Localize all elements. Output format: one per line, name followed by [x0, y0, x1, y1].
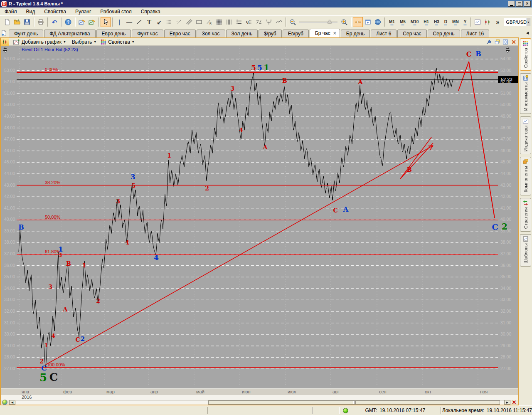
tab-scroll-left-button[interactable]: ◀ — [525, 30, 530, 36]
sheet-tab-14[interactable]: Сер день — [428, 30, 460, 37]
undo-icon[interactable]: ↶ — [49, 17, 59, 27]
pitchfork-icon[interactable] — [264, 17, 274, 27]
sidebar-tab-3[interactable]: Индикаторы — [520, 116, 531, 155]
close-scroll-icon[interactable]: ✕ — [510, 399, 518, 405]
tab-label: Ев/руб — [288, 31, 303, 37]
help-icon[interactable]: ? — [63, 17, 73, 27]
q-levels-icon[interactable]: Q — [244, 17, 254, 27]
zigzag-icon[interactable] — [274, 17, 284, 27]
new-sheet-icon[interactable] — [1, 30, 7, 36]
refresh-chart-icon[interactable] — [77, 17, 87, 27]
text-tool-icon[interactable]: T — [144, 17, 154, 27]
scrollbar-thumb[interactable] — [208, 400, 500, 405]
sheet-tab-10[interactable]: Бр час× — [310, 29, 340, 37]
timeframe-y[interactable]: Y — [462, 19, 468, 25]
cascade-windows-icon[interactable] — [493, 39, 501, 45]
zoom-in-icon[interactable] — [339, 17, 349, 27]
sidebar-tab-1[interactable]: Свойства — [520, 38, 531, 71]
sidebar-tab-6[interactable]: Шаблоны — [520, 234, 531, 267]
horizontal-line-icon[interactable]: ― — [124, 17, 134, 27]
refresh-all-icon[interactable] — [87, 17, 97, 27]
line-chart-icon[interactable] — [473, 17, 483, 27]
scrollbar-track[interactable] — [16, 400, 504, 405]
dotted-lines-icon[interactable] — [164, 17, 174, 27]
symbol-select[interactable]: GBP/USD ▼ — [504, 18, 530, 26]
sheet-tab-3[interactable]: Евро день — [96, 30, 131, 37]
timeframe-d[interactable]: D — [443, 19, 449, 25]
timeframe-mn[interactable]: MN — [451, 19, 461, 25]
sheet-tab-1[interactable]: Фунт день — [9, 30, 43, 37]
sheet-tab-12[interactable]: Лист 6 — [371, 30, 397, 37]
sidebar-tab-5[interactable]: Стратегии — [520, 198, 531, 232]
menu-3[interactable]: Руланг — [71, 7, 96, 16]
price-chart[interactable]: Brent Oil 1 Hour Bid (52.23) 52.23 27.00… — [1, 46, 518, 388]
hline-tool-icon[interactable] — [353, 17, 363, 27]
grid-table-icon[interactable] — [214, 17, 224, 27]
menu-5[interactable]: Справка — [136, 7, 165, 16]
chart-properties-button[interactable]: Свойства▼ — [101, 39, 135, 45]
sheet-tab-2[interactable]: ФД Альтернатива — [44, 30, 95, 37]
menu-4[interactable]: Рабочий стол — [96, 7, 136, 16]
maximize-chart-icon[interactable] — [501, 39, 510, 45]
menu-1[interactable]: Вид — [22, 7, 40, 16]
minimize-button[interactable] — [508, 1, 515, 7]
regression-icon[interactable]: R — [204, 17, 214, 27]
sidebar-tab-4[interactable]: Компоненты — [520, 157, 531, 195]
pin-icon[interactable] — [485, 39, 493, 45]
timeframe-m5[interactable]: M5 — [398, 19, 407, 25]
rectangle-icon[interactable] — [194, 17, 204, 27]
close-chart-icon[interactable]: ✕ — [510, 39, 518, 45]
sheet-tab-8[interactable]: $/руб — [259, 30, 282, 37]
chart-mode-icon[interactable] — [1, 38, 9, 46]
scale-cursor-icon[interactable] — [2, 47, 10, 53]
candle-chart-icon[interactable] — [483, 17, 493, 27]
scroll-left-button[interactable]: ◀ — [9, 400, 15, 405]
scroll-right-button[interactable]: ▶ — [504, 400, 510, 405]
sidebar-tab-label: Компоненты — [523, 166, 528, 192]
menu-0[interactable]: Файл — [0, 7, 22, 16]
sheet-tab-6[interactable]: Зол час — [197, 30, 225, 37]
levels-list-icon[interactable] — [234, 17, 244, 27]
add-chart-button[interactable]: Добавить график▼ — [13, 39, 66, 45]
sheet-tab-7[interactable]: Зол день — [226, 30, 258, 37]
vertical-lines-icon[interactable] — [224, 17, 234, 27]
globe-icon[interactable] — [373, 17, 383, 27]
sheet-tab-11[interactable]: Бр день — [341, 30, 370, 37]
scale-cursor-icon[interactable] — [504, 47, 512, 53]
open-folder-icon[interactable] — [12, 17, 22, 27]
tab-close-icon[interactable]: × — [333, 30, 336, 36]
month-label: сен — [379, 389, 387, 394]
zoom-slider[interactable] — [299, 19, 337, 25]
zoom-slider-thumb[interactable] — [328, 20, 332, 23]
price-label-left: 42.00 — [4, 194, 15, 199]
restore-button[interactable] — [516, 1, 523, 7]
percent-lines-icon[interactable] — [254, 17, 264, 27]
new-file-icon[interactable] — [2, 17, 12, 27]
trend-line-icon[interactable] — [134, 17, 144, 27]
symbol-dropdown-icon[interactable]: ▼ — [527, 18, 530, 26]
sheet-tab-13[interactable]: Сер час — [397, 30, 426, 37]
new-window-icon[interactable] — [363, 17, 373, 27]
sidebar-tab-2[interactable]: Инструменты — [520, 73, 531, 114]
parallel-lines-icon[interactable] — [184, 17, 194, 27]
trend-dots-icon[interactable] — [174, 17, 184, 27]
select-button[interactable]: Выбрать▼ — [70, 39, 96, 45]
zoom-out-icon[interactable] — [288, 17, 298, 27]
menu-2[interactable]: Свойства — [39, 7, 71, 16]
save-icon[interactable] — [22, 17, 32, 27]
sheet-tab-5[interactable]: Евро час — [164, 30, 196, 37]
timeframe-m1[interactable]: M1 — [387, 19, 397, 25]
wave-label-c: C — [333, 208, 337, 213]
timeframe-h1[interactable]: H1 — [422, 19, 431, 25]
arrow-tool-icon[interactable]: ↙ — [154, 17, 164, 27]
timeframe-m10[interactable]: M10 — [409, 19, 420, 25]
close-button[interactable]: × — [524, 1, 531, 7]
sheet-tab-9[interactable]: Ев/руб — [283, 30, 309, 37]
sheet-tab-4[interactable]: Фунт час — [132, 30, 163, 37]
vertical-line-icon[interactable]: | — [114, 17, 124, 27]
print-icon[interactable] — [36, 17, 46, 27]
cursor-icon[interactable] — [101, 17, 111, 27]
sheet-tab-15[interactable]: Лист 16 — [461, 30, 490, 37]
more-tools-chevron[interactable]: » — [493, 17, 502, 27]
timeframe-h3[interactable]: H3 — [432, 19, 441, 25]
